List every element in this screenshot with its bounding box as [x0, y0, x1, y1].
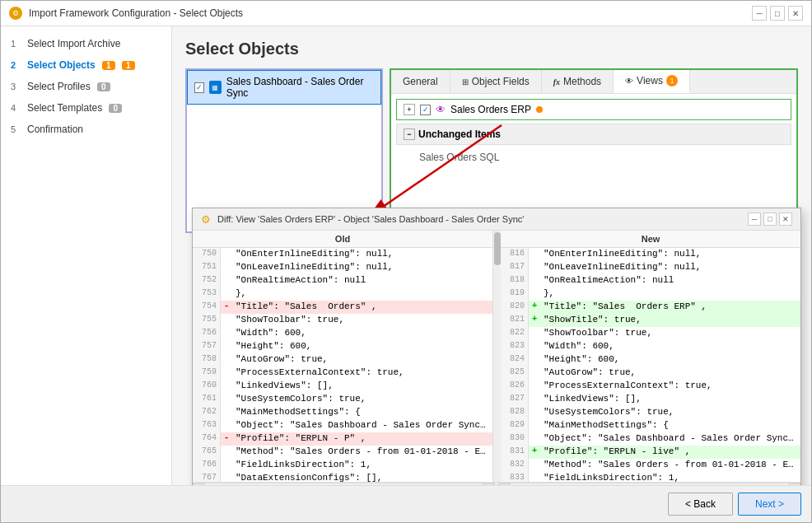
view-item-label: Sales Orders ERP [450, 104, 531, 115]
line-text: "LinkedViews": [], [540, 393, 800, 406]
line-marker [221, 459, 232, 472]
expand-button[interactable]: + [404, 104, 415, 115]
line-text: "FieldLinksDirection": 1, [540, 472, 800, 482]
diff-line: 822"ShowToolbar": true, [501, 327, 800, 340]
minimize-button[interactable]: ─ [752, 6, 767, 21]
diff-line: 823"Width": 600, [501, 340, 800, 353]
line-text: "MainMethodSettings": { [540, 419, 800, 432]
sidebar-item-confirmation[interactable]: 5 Confirmation [1, 119, 171, 140]
line-number: 819 [501, 287, 529, 301]
object-fields-icon: ⊞ [462, 77, 469, 86]
line-marker [221, 287, 232, 301]
views-icon: 👁 [625, 77, 633, 86]
tab-object-fields[interactable]: ⊞ Object Fields [450, 70, 542, 93]
line-number: 764 [193, 432, 221, 446]
line-marker: + [529, 314, 540, 327]
line-text: "Height": 600, [232, 340, 492, 353]
tab-views[interactable]: 👁 Views 1 [614, 70, 690, 93]
diff-line: 753}, [193, 287, 492, 301]
line-text: }, [232, 287, 492, 301]
line-number: 829 [501, 419, 529, 432]
diff-right-lines: 816"OnEnterInlineEditing": null,817"OnLe… [501, 248, 800, 482]
line-marker [529, 274, 540, 287]
line-text: "ShowToolbar": true, [232, 314, 492, 327]
object-item-label: Sales Dashboard - Sales Order Sync [226, 76, 374, 99]
diff-line: 757"Height": 600, [193, 340, 492, 353]
unchanged-section-header[interactable]: − Unchanged Items [396, 124, 791, 145]
line-marker [529, 261, 540, 274]
line-text: "ProcessExternalContext": true, [232, 367, 492, 380]
line-marker [529, 459, 540, 472]
line-number: 759 [193, 367, 221, 380]
view-item-erp[interactable]: + 👁 Sales Orders ERP [396, 99, 791, 120]
tab-methods[interactable]: fx Methods [542, 70, 614, 93]
sidebar-item-select-profiles[interactable]: 3 Select Profiles 0 [1, 76, 171, 97]
diff-line: 752"OnRealtimeAction": null [193, 274, 492, 287]
collapse-button[interactable]: − [404, 128, 415, 140]
line-marker [221, 353, 232, 367]
page-title: Select Objects [185, 40, 798, 58]
diff-right-pane[interactable]: New 816"OnEnterInlineEditing": null,817"… [501, 231, 800, 482]
back-button[interactable]: < Back [668, 493, 733, 516]
select-templates-badge: 0 [109, 104, 122, 113]
scrollbar-hint [492, 231, 501, 482]
diff-line: 758"AutoGrow": true, [193, 353, 492, 367]
line-text: }, [540, 287, 800, 301]
line-text: "OnRealtimeAction": null [232, 274, 492, 287]
diff-left-pane[interactable]: Old 750"OnEnterInlineEditing": null,751"… [193, 231, 492, 482]
line-number: 762 [193, 406, 221, 419]
line-marker: + [529, 446, 540, 459]
next-button[interactable]: Next > [738, 493, 801, 516]
scroll-right-arrow-right[interactable]: ▸ [789, 483, 800, 486]
diff-line: 763"Object": "Sales Dashboard - Sales Or… [193, 419, 492, 432]
diff-line: 832"Method": "Sales Orders - from 01-01-… [501, 459, 800, 472]
line-number: 828 [501, 406, 529, 419]
line-number: 754 [193, 301, 221, 314]
line-number: 756 [193, 327, 221, 340]
sidebar-item-select-objects[interactable]: 2 Select Objects 1 1 [1, 54, 171, 76]
line-text: "ShowTitle": true, [540, 314, 800, 327]
unchanged-section-label: Unchanged Items [418, 128, 501, 140]
line-marker [221, 314, 232, 327]
object-list-item[interactable]: ▦ Sales Dashboard - Sales Order Sync [187, 70, 381, 105]
diff-line: 755"ShowToolbar": true, [193, 314, 492, 327]
object-checkbox[interactable] [194, 82, 204, 93]
maximize-button[interactable]: □ [770, 6, 785, 21]
view-checkbox[interactable] [420, 105, 431, 115]
line-number: 761 [193, 393, 221, 406]
diff-line: 762"MainMethodSettings": { [193, 406, 492, 419]
diff-close-button[interactable]: ✕ [779, 212, 792, 226]
sidebar-item-select-templates[interactable]: 4 Select Templates 0 [1, 97, 171, 119]
line-number: 760 [193, 380, 221, 393]
line-text: "Title": "Sales Orders" , [232, 301, 492, 314]
main-content: Select Objects ▦ Sales Dashboard - Sales… [172, 26, 811, 485]
line-text: "Width": 600, [540, 340, 800, 353]
scroll-left-arrow[interactable]: ◂ [193, 483, 204, 486]
diff-line: 816"OnEnterInlineEditing": null, [501, 248, 800, 261]
diff-right-header: New [501, 231, 800, 248]
diff-left-scrollbar[interactable]: ◂ ▸ [193, 483, 494, 485]
line-marker [529, 340, 540, 353]
line-text: "UseSystemColors": true, [232, 393, 492, 406]
scroll-right-arrow-left[interactable]: ▸ [483, 483, 494, 486]
diff-line: 765"Method": "Sales Orders - from 01-01-… [193, 446, 492, 459]
line-text: "Method": "Sales Orders - from 01-01-201… [540, 459, 800, 472]
diff-minimize-button[interactable]: ─ [748, 212, 761, 226]
diff-line: 825"AutoGrow": true, [501, 367, 800, 380]
line-number: 750 [193, 248, 221, 261]
line-marker [529, 419, 540, 432]
line-marker [529, 380, 540, 393]
tab-general[interactable]: General [391, 70, 450, 93]
scroll-left-arrow-right[interactable]: ◂ [499, 483, 511, 486]
line-number: 817 [501, 261, 529, 274]
close-button[interactable]: ✕ [788, 6, 803, 21]
diff-line: 750"OnEnterInlineEditing": null, [193, 248, 492, 261]
line-number: 832 [501, 459, 529, 472]
sidebar: 1 Select Import Archive 2 Select Objects… [1, 26, 172, 485]
line-text: "OnEnterInlineEditing": null, [540, 248, 800, 261]
view-icon: 👁 [436, 104, 446, 115]
diff-maximize-button[interactable]: □ [763, 212, 777, 226]
line-marker [221, 327, 232, 340]
diff-right-scrollbar[interactable]: ◂ ▸ [499, 483, 800, 485]
sidebar-item-import-archive[interactable]: 1 Select Import Archive [1, 33, 171, 54]
